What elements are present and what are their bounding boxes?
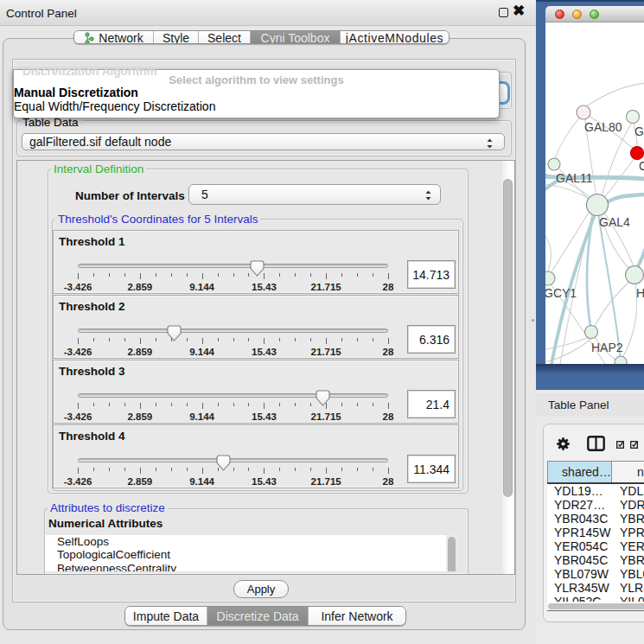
svg-text:GA: GA	[634, 124, 644, 138]
svg-text:GCY1: GCY1	[545, 286, 577, 300]
svg-text:GAL11: GAL11	[556, 171, 593, 185]
svg-text:CA: CA	[639, 159, 644, 173]
svg-text:GAL4: GAL4	[599, 215, 630, 229]
svg-text:HAP2: HAP2	[591, 341, 623, 354]
svg-text:GAL80: GAL80	[584, 120, 622, 134]
svg-text:H: H	[636, 286, 644, 300]
